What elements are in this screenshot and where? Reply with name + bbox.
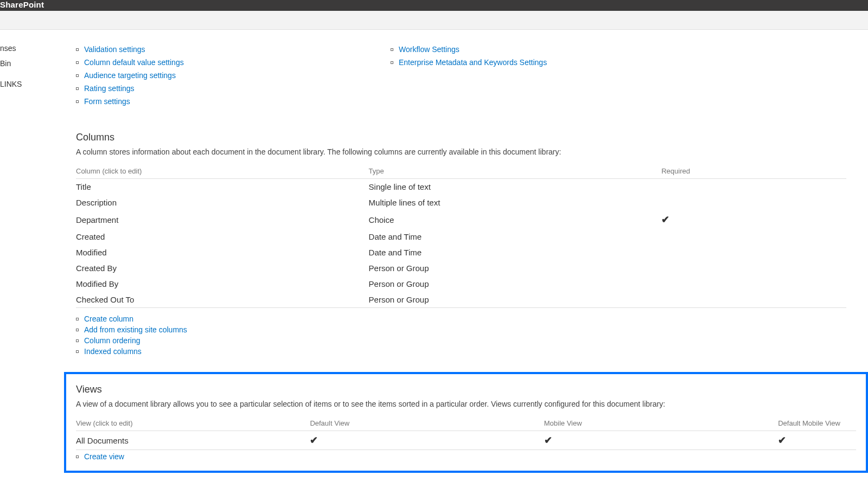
column-type-cell: Date and Time [369,245,662,260]
settings-link[interactable]: Column default value settings [76,58,282,67]
column-type-cell: Single line of text [369,179,662,195]
left-nav: nses Bin LINKS [0,30,65,484]
link-label: Create view [84,452,124,461]
view-mobile-cell: ✔ [544,431,778,450]
nav-item[interactable]: Bin [0,56,65,71]
brand-label: SharePoint [0,0,48,11]
general-settings-grid: Validation settings Column default value… [76,41,846,110]
table-row: CreatedDate and Time [76,229,846,245]
bullet-icon [76,339,79,342]
view-header-defmobile: Default Mobile View [778,416,856,431]
col-header-type: Type [369,164,662,179]
column-required-cell [661,179,846,195]
columns-actions: Create column Add from existing site col… [76,314,846,356]
column-type-cell: Person or Group [369,260,662,276]
bullet-icon [76,74,79,77]
main-content: Validation settings Column default value… [65,30,868,484]
column-name-cell[interactable]: Department [76,210,369,229]
link-label: Audience targeting settings [84,71,176,80]
views-section-desc: A view of a document library allows you … [76,400,856,408]
create-view-link[interactable]: Create view [76,452,856,461]
columns-table: Column (click to edit) Type Required Tit… [76,164,846,308]
check-icon: ✔ [310,435,318,446]
view-header-mobile: Mobile View [544,416,778,431]
views-actions: Create view [76,452,856,461]
bullet-icon [76,455,79,458]
table-row: Checked Out ToPerson or Group [76,292,846,308]
nav-edit-links[interactable]: LINKS [0,76,65,92]
view-name-cell[interactable]: All Documents [76,431,310,450]
link-label: Workflow Settings [399,45,459,54]
column-name-cell[interactable]: Modified [76,245,369,260]
col-header-name: Column (click to edit) [76,164,369,179]
bullet-icon [76,100,79,103]
create-column-link[interactable]: Create column [76,314,846,323]
link-label: Form settings [84,97,130,106]
column-required-cell [661,292,846,308]
table-row: All Documents✔✔✔ [76,431,856,450]
add-existing-column-link[interactable]: Add from existing site columns [76,325,846,334]
link-label: Column default value settings [84,58,184,67]
column-type-cell: Date and Time [369,229,662,245]
views-section-title: Views [76,384,856,395]
bullet-icon [76,61,79,64]
settings-link[interactable]: Rating settings [76,84,282,93]
bullet-icon [391,61,393,64]
column-required-cell [661,245,846,260]
bullet-icon [76,318,79,320]
table-row: Modified ByPerson or Group [76,276,846,292]
table-row: DepartmentChoice✔ [76,210,846,229]
link-label: Column ordering [84,336,141,345]
check-icon: ✔ [544,435,552,446]
table-row: TitleSingle line of text [76,179,846,195]
settings-link[interactable]: Enterprise Metadata and Keywords Setting… [391,58,597,67]
settings-link[interactable]: Audience targeting settings [76,71,282,80]
columns-section-desc: A column stores information about each d… [76,147,846,156]
link-label: Enterprise Metadata and Keywords Setting… [399,58,547,67]
check-icon: ✔ [778,435,786,446]
column-required-cell: ✔ [661,210,846,229]
link-label: Add from existing site columns [84,325,187,334]
bullet-icon [76,350,79,353]
column-required-cell [661,229,846,245]
column-name-cell[interactable]: Title [76,179,369,195]
column-required-cell [661,260,846,276]
view-defmobile-cell: ✔ [778,431,856,450]
column-name-cell[interactable]: Checked Out To [76,292,369,308]
column-required-cell [661,276,846,292]
table-row: ModifiedDate and Time [76,245,846,260]
column-type-cell: Choice [369,210,662,229]
link-label: Create column [84,314,133,323]
ribbon-bar [0,11,868,30]
bullet-icon [76,329,79,331]
column-name-cell[interactable]: Modified By [76,276,369,292]
column-type-cell: Person or Group [369,276,662,292]
view-default-cell: ✔ [310,431,544,450]
settings-link[interactable]: Form settings [76,97,282,106]
link-label: Indexed columns [84,347,142,356]
view-header-name: View (click to edit) [76,416,310,431]
column-name-cell[interactable]: Created [76,229,369,245]
bullet-icon [76,87,79,90]
column-name-cell[interactable]: Created By [76,260,369,276]
settings-link[interactable]: Workflow Settings [391,45,597,54]
column-required-cell [661,195,846,210]
views-section-highlighted: Views A view of a document library allow… [64,372,868,473]
col-header-required: Required [661,164,846,179]
check-icon: ✔ [661,214,669,225]
table-row: DescriptionMultiple lines of text [76,195,846,210]
link-label: Validation settings [84,45,145,54]
nav-item[interactable]: nses [0,41,65,56]
column-name-cell[interactable]: Description [76,195,369,210]
general-settings-col1: Validation settings Column default value… [76,41,282,110]
bullet-icon [391,48,393,51]
indexed-columns-link[interactable]: Indexed columns [76,347,846,356]
settings-link[interactable]: Validation settings [76,45,282,54]
table-row: Created ByPerson or Group [76,260,846,276]
bullet-icon [76,48,79,51]
top-header: SharePoint [0,0,868,11]
column-ordering-link[interactable]: Column ordering [76,336,846,345]
column-type-cell: Multiple lines of text [369,195,662,210]
link-label: Rating settings [84,84,135,93]
columns-section-title: Columns [76,132,846,143]
